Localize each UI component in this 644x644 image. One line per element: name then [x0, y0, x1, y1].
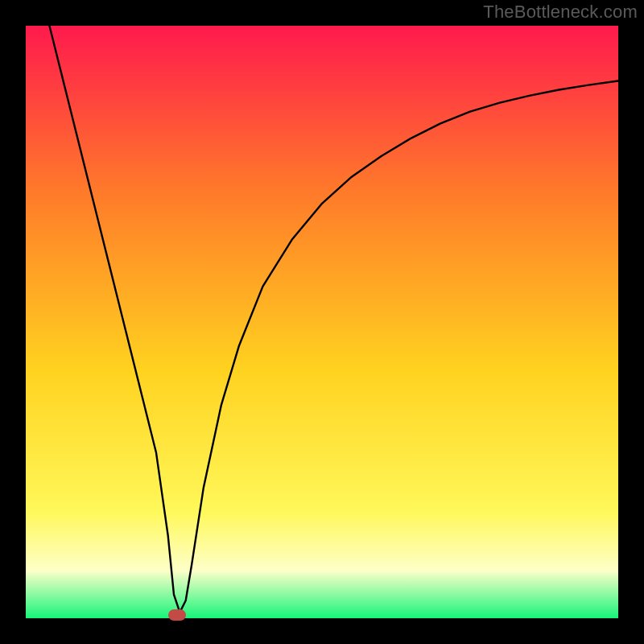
watermark-text: TheBottleneck.com: [483, 2, 638, 23]
chart-frame: TheBottleneck.com: [0, 0, 644, 644]
chart-plot: [26, 26, 618, 618]
gradient-background: [26, 26, 618, 618]
minimum-marker: [168, 609, 186, 621]
